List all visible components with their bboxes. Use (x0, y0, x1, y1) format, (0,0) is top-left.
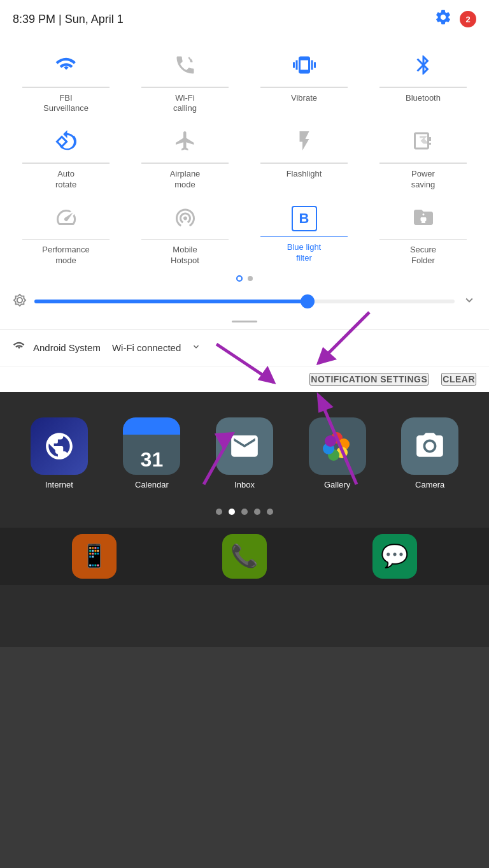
tile-airplane-mode[interactable]: Airplane mode (125, 120, 244, 196)
status-bar: 8:39 PM | Sun, April 1 2 (0, 0, 489, 38)
app-calendar[interactable]: 31 Calendar (123, 417, 180, 489)
tile-performance-mode[interactable]: Performance mode (6, 197, 125, 273)
page-dot-2[interactable] (248, 276, 253, 281)
calendar-label: Calendar (135, 480, 169, 489)
phone-wifi-icon (174, 54, 197, 82)
brightness-icon (13, 293, 27, 310)
status-time: 8:39 PM | Sun, April 1 (13, 13, 124, 26)
internet-icon (31, 417, 88, 475)
app-inbox[interactable]: Inbox (216, 417, 273, 489)
time-text: 8:39 PM (13, 13, 55, 25)
tile-bluetooth-label: Bluetooth (406, 93, 441, 104)
dock-icon-1[interactable]: 📱 (72, 534, 117, 579)
settings-icon[interactable] (434, 8, 452, 31)
calendar-icon: 31 (123, 417, 180, 475)
gallery-label: Gallery (324, 480, 350, 489)
app-internet[interactable]: Internet (31, 417, 88, 489)
brightness-row (0, 287, 489, 317)
brightness-slider-track[interactable] (34, 300, 455, 303)
tile-fbi-surveillance[interactable]: FBI Surveillance (6, 45, 125, 120)
tile-divider (141, 87, 229, 88)
tile-divider (260, 87, 348, 88)
notification-actions: NOTIFICATION SETTINGS CLEAR (0, 366, 489, 392)
flashlight-icon (293, 129, 316, 157)
tile-secure-folder-label: Secure Folder (410, 245, 436, 266)
tiles-row-2: Auto rotate Airplane mode Flashlight (0, 120, 489, 196)
camera-icon (401, 417, 458, 475)
tile-power-saving[interactable]: Power saving (364, 120, 483, 196)
bluetooth-icon (412, 54, 435, 82)
app-gallery[interactable]: Gallery (309, 417, 366, 489)
tile-hotspot-label: Mobile Hotspot (171, 245, 199, 266)
status-icons: 2 (434, 8, 476, 31)
inbox-label: Inbox (234, 480, 255, 489)
notif-chevron-icon[interactable] (191, 342, 201, 354)
tile-bluetooth[interactable]: Bluetooth (364, 45, 483, 120)
bottom-dock: 📱 📞 💬 (0, 528, 489, 585)
tile-divider (379, 239, 467, 240)
dot-4[interactable] (254, 509, 260, 515)
hotspot-icon (174, 206, 197, 234)
tile-blue-light-filter[interactable]: B Blue light filter (244, 197, 364, 273)
quick-settings-panel: FBI Surveillance Wi-Fi calling Vib (0, 38, 489, 329)
vibrate-icon (293, 54, 316, 82)
tile-power-saving-label: Power saving (411, 169, 436, 191)
tile-divider (379, 163, 467, 164)
airplane-icon (174, 129, 197, 157)
tile-flashlight[interactable]: Flashlight (244, 120, 364, 196)
tile-divider (141, 239, 229, 240)
rotate-icon (55, 129, 78, 157)
notification-settings-button[interactable]: NOTIFICATION SETTINGS (309, 373, 429, 386)
tile-vibrate[interactable]: Vibrate (244, 45, 364, 120)
svg-point-5 (325, 435, 336, 447)
internet-label: Internet (45, 480, 73, 489)
tile-flashlight-label: Flashlight (287, 169, 322, 180)
camera-label: Camera (415, 480, 444, 489)
notification-row[interactable]: Android System Wi-Fi connected (0, 329, 489, 366)
battery-icon (412, 129, 435, 157)
tile-divider (260, 163, 348, 164)
separator: | (59, 13, 65, 25)
notif-status-text: Wi-Fi connected (112, 342, 181, 353)
dot-2[interactable] (229, 509, 235, 515)
tile-wifi-calling[interactable]: Wi-Fi calling (125, 45, 244, 120)
notif-wifi-icon (13, 340, 25, 356)
page-dots (0, 496, 489, 528)
homescreen: Internet 31 Calendar Inbox (0, 392, 489, 647)
tile-auto-rotate-label: Auto rotate (55, 169, 76, 191)
tile-page-dots (0, 273, 489, 287)
dot-1[interactable] (216, 509, 222, 515)
tile-mobile-hotspot[interactable]: Mobile Hotspot (125, 197, 244, 273)
tile-auto-rotate[interactable]: Auto rotate (6, 120, 125, 196)
dot-5[interactable] (267, 509, 273, 515)
tile-divider (379, 87, 467, 88)
dock-icon-3[interactable]: 💬 (372, 534, 417, 579)
tile-divider (141, 163, 229, 164)
dot-3[interactable] (241, 509, 248, 515)
notif-status: Wi-Fi connected (112, 342, 181, 353)
speedometer-icon (55, 206, 78, 234)
app-camera[interactable]: Camera (401, 417, 458, 489)
tiles-row-3: Performance mode Mobile Hotspot B Blue l… (0, 197, 489, 273)
tile-secure-folder[interactable]: Secure Folder (364, 197, 483, 273)
tile-divider (260, 236, 348, 238)
drag-handle[interactable] (0, 317, 489, 329)
tile-airplane-label: Airplane mode (170, 169, 201, 191)
bluelight-icon: B (292, 206, 317, 231)
date-text: Sun, April 1 (65, 13, 124, 25)
tile-wifi-calling-label: Wi-Fi calling (173, 93, 197, 115)
tile-bluelight-label: Blue light filter (287, 242, 321, 264)
brightness-expand-icon[interactable] (462, 293, 476, 310)
tile-divider (22, 87, 110, 88)
notification-badge[interactable]: 2 (460, 11, 476, 27)
tile-divider (22, 163, 110, 164)
secure-folder-icon (412, 206, 435, 234)
dock-icon-2[interactable]: 📞 (222, 534, 267, 579)
wifi-icon (55, 54, 78, 82)
drag-handle-bar (232, 321, 257, 322)
notif-source: Android System (33, 342, 101, 353)
page-dot-1[interactable] (236, 275, 243, 282)
tile-performance-label: Performance mode (42, 245, 89, 266)
clear-button[interactable]: CLEAR (441, 373, 476, 386)
tile-fbi-label: FBI Surveillance (43, 93, 89, 115)
